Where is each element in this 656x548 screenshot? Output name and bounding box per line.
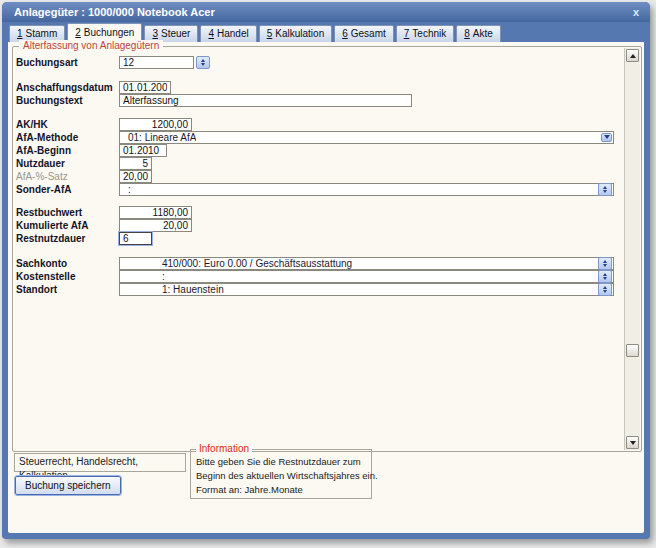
vertical-scrollbar[interactable] (624, 48, 640, 450)
row-ak-hk: AK/HK (16, 117, 192, 131)
tab-kalkulation[interactable]: 5Kalkulation (259, 25, 332, 42)
window-titlebar[interactable]: Anlagegüter : 1000/000 Notebook Acer x (2, 2, 650, 22)
afa-beginn-label: AfA-Beginn (16, 145, 119, 156)
information-groupbox: Information Bitte geben Sie die Restnutz… (190, 449, 372, 499)
information-line: Beginn des aktuellen Wirtschaftsjahres e… (191, 470, 371, 481)
row-nutzdauer: Nutzdauer (16, 156, 152, 170)
chevron-down-icon[interactable] (601, 133, 612, 142)
sachkonto-label: Sachkonto (16, 258, 119, 269)
row-kumulierte-afa: Kumulierte AfA (16, 218, 192, 232)
anschaffungsdatum-input[interactable] (119, 81, 171, 94)
standort-value: 1: Hauenstein (120, 284, 224, 295)
row-sonder-afa: Sonder-AfA : (16, 182, 614, 196)
row-anschaffungsdatum: Anschaffungsdatum (16, 80, 171, 94)
scroll-up-icon[interactable] (626, 49, 639, 62)
restnutzdauer-label: Restnutzdauer (16, 233, 119, 244)
sonder-afa-stepper-icon[interactable] (598, 183, 612, 196)
buchungstext-input[interactable] (119, 94, 412, 107)
row-afa-satz: AfA-%-Satz (16, 169, 152, 183)
nutzdauer-input[interactable] (119, 157, 152, 170)
row-kostenstelle: Kostenstelle : (16, 269, 614, 283)
kostenstelle-value: : (120, 271, 165, 282)
restbuchwert-label: Restbuchwert (16, 207, 119, 218)
sachkonto-value: 410/000: Euro 0.00 / Geschäftsausstattun… (120, 258, 352, 269)
row-restbuchwert: Restbuchwert (16, 205, 192, 219)
scrollbar-thumb[interactable] (626, 344, 639, 357)
close-icon[interactable]: x (633, 2, 639, 22)
tab-akte[interactable]: 8Akte (456, 25, 501, 42)
tab-page-buchungen: Alterfassung von Anlagegütern Buchungsar… (8, 42, 644, 533)
afa-methode-label: AfA-Methode (16, 132, 119, 143)
sachkonto-select[interactable]: 410/000: Euro 0.00 / Geschäftsausstattun… (119, 257, 614, 270)
buchungsart-input[interactable] (119, 56, 194, 69)
kumulierte-afa-label: Kumulierte AfA (16, 220, 119, 231)
save-booking-button[interactable]: Buchung speichern (15, 476, 121, 495)
buchungstext-label: Buchungstext (16, 95, 119, 106)
afa-beginn-input[interactable] (119, 144, 167, 157)
row-standort: Standort 1: Hauenstein (16, 282, 614, 296)
window-title: Anlagegüter : 1000/000 Notebook Acer (14, 6, 215, 18)
restnutzdauer-input[interactable] (119, 232, 152, 245)
buchungsart-label: Buchungsart (16, 57, 119, 68)
scroll-down-icon[interactable] (626, 436, 639, 449)
sonder-afa-select[interactable]: : (119, 183, 614, 196)
afa-satz-label: AfA-%-Satz (16, 171, 119, 182)
buchungsart-stepper-icon[interactable] (196, 56, 210, 69)
information-line: Bitte geben Sie die Restnutzdauer zum (191, 456, 371, 467)
standort-stepper-icon[interactable] (598, 283, 612, 296)
row-buchungsart: Buchungsart (16, 55, 210, 69)
row-sachkonto: Sachkonto 410/000: Euro 0.00 / Geschäfts… (16, 256, 614, 270)
anschaffungsdatum-label: Anschaffungsdatum (16, 82, 119, 93)
sachkonto-stepper-icon[interactable] (598, 257, 612, 270)
standort-select[interactable]: 1: Hauenstein (119, 283, 614, 296)
afa-methode-select[interactable]: 01: Lineare AfA (119, 131, 614, 144)
kostenstelle-select[interactable]: : (119, 270, 614, 283)
row-buchungstext: Buchungstext (16, 93, 412, 107)
standort-label: Standort (16, 284, 119, 295)
anlagegueter-window: Anlagegüter : 1000/000 Notebook Acer x 1… (2, 2, 650, 539)
kostenstelle-stepper-icon[interactable] (598, 270, 612, 283)
sonder-afa-label: Sonder-AfA (16, 184, 119, 195)
row-afa-beginn: AfA-Beginn (16, 143, 167, 157)
afa-methode-value: 01: Lineare AfA (120, 132, 196, 143)
tab-technik[interactable]: 7Technik (396, 25, 454, 42)
ak-hk-label: AK/HK (16, 119, 119, 130)
row-afa-methode: AfA-Methode 01: Lineare AfA (16, 130, 614, 144)
status-text-box: Steuerrecht, Handelsrecht, Kalkulation (14, 453, 186, 472)
kumulierte-afa-input[interactable] (119, 219, 192, 232)
groupbox-legend: Alterfassung von Anlagegütern (19, 40, 163, 51)
restbuchwert-input[interactable] (119, 206, 192, 219)
sonder-afa-value: : (120, 184, 131, 195)
information-line: Format an: Jahre.Monate (191, 484, 371, 495)
information-legend: Information (196, 443, 252, 454)
desktop-background: Anlagegüter : 1000/000 Notebook Acer x 1… (0, 0, 656, 548)
kostenstelle-label: Kostenstelle (16, 271, 119, 282)
ak-hk-input[interactable] (119, 118, 192, 131)
row-restnutzdauer: Restnutzdauer (16, 231, 152, 245)
tab-handel[interactable]: 4Handel (200, 25, 256, 42)
tab-bar: 1Stamm 2Buchungen 3Steuer 4Handel 5Kalku… (2, 22, 650, 42)
tab-gesamt[interactable]: 6Gesamt (334, 25, 394, 42)
nutzdauer-label: Nutzdauer (16, 158, 119, 169)
afa-satz-input[interactable] (119, 170, 152, 183)
